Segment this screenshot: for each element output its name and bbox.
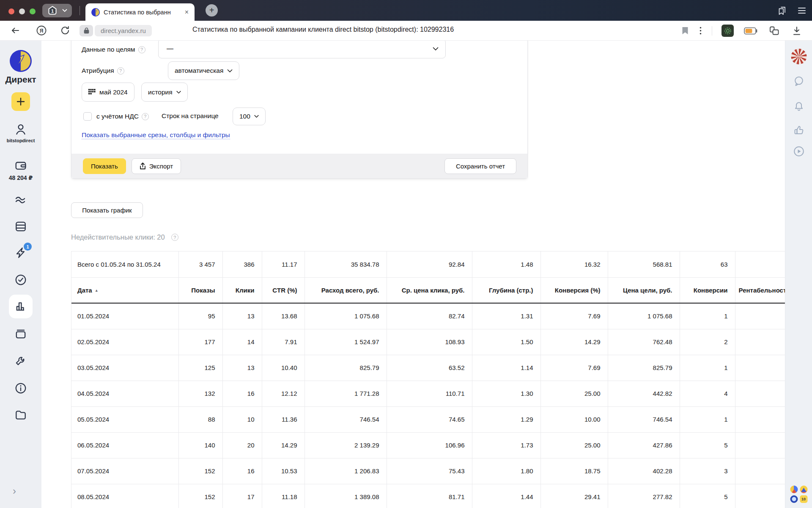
actions-strip: Показать Экспорт Сохранить отчет bbox=[71, 154, 527, 178]
downloads-icon[interactable] bbox=[792, 26, 802, 36]
moderation-check-icon[interactable] bbox=[14, 273, 27, 286]
data-cell: 14.29 bbox=[262, 432, 304, 458]
column-header-2[interactable]: Клики bbox=[222, 277, 262, 303]
sidebar-collapse-chevron[interactable]: › bbox=[13, 486, 16, 496]
data-cell: 81.71 bbox=[387, 484, 472, 508]
column-header-label: Конверсия (%) bbox=[555, 287, 601, 294]
tab-group-pill[interactable]: 1 bbox=[42, 4, 72, 17]
create-campaign-button[interactable] bbox=[11, 92, 30, 111]
minimize-window-button[interactable] bbox=[19, 8, 25, 14]
date-cell: 01.05.2024 bbox=[71, 303, 178, 329]
attribution-help-icon[interactable]: ? bbox=[117, 67, 124, 75]
goals-select-value: — bbox=[167, 45, 173, 52]
bell-icon[interactable] bbox=[793, 100, 804, 112]
tab-close-icon[interactable]: × bbox=[183, 8, 190, 17]
column-header-1[interactable]: Показы bbox=[178, 277, 222, 303]
calendar-app-icon[interactable]: 10 bbox=[800, 495, 807, 503]
back-icon[interactable] bbox=[9, 25, 21, 36]
tools-wrench-icon[interactable] bbox=[14, 355, 27, 367]
url-host[interactable]: direct.yandex.ru bbox=[95, 25, 152, 36]
invalid-clicks-label: Недействительные клики: 20 bbox=[71, 233, 165, 241]
column-header-10[interactable]: Рентабельность bbox=[735, 277, 785, 303]
tab-title: Статистика по выбранн bbox=[104, 9, 183, 16]
show-button[interactable]: Показать bbox=[83, 158, 126, 174]
maximize-window-button[interactable] bbox=[30, 8, 36, 14]
metrica-pie-icon[interactable] bbox=[790, 486, 798, 493]
show-chart-button[interactable]: Показать график bbox=[71, 202, 143, 218]
column-header-label: CTR (%) bbox=[272, 287, 297, 294]
sidebar-item-statistics-active[interactable] bbox=[9, 295, 33, 318]
invalid-clicks-help-icon[interactable]: ? bbox=[171, 234, 178, 241]
chevron-down-icon bbox=[433, 47, 439, 51]
table-row: 05.05.2024881011.36746.5474.651.2910.007… bbox=[71, 406, 785, 432]
yandex-search-icon[interactable]: Я bbox=[36, 25, 47, 36]
campaigns-waves-icon[interactable] bbox=[14, 194, 27, 205]
active-tab[interactable]: Статистика по выбранн × bbox=[85, 3, 195, 21]
new-tab-button[interactable]: + bbox=[206, 4, 218, 17]
extension-icon[interactable] bbox=[721, 25, 734, 37]
refresh-icon[interactable] bbox=[59, 25, 71, 36]
bookmarks-panel-icon[interactable] bbox=[776, 6, 787, 16]
yandex-direct-favicon bbox=[91, 8, 100, 17]
kebab-menu-icon[interactable] bbox=[700, 27, 702, 35]
topbar-separator bbox=[80, 6, 80, 15]
direct-app-icon[interactable] bbox=[800, 486, 807, 493]
avatar[interactable] bbox=[791, 49, 807, 64]
column-header-0[interactable]: Дата▲ bbox=[71, 277, 178, 303]
show-slices-link[interactable]: Показать выбранные срезы, столбцы и филь… bbox=[82, 131, 230, 139]
column-header-9[interactable]: Конверсии bbox=[680, 277, 735, 303]
thumbs-up-icon[interactable] bbox=[793, 124, 804, 136]
save-report-button[interactable]: Сохранить отчет bbox=[444, 158, 516, 174]
library-box-icon[interactable] bbox=[14, 328, 27, 340]
grouping-select[interactable]: история bbox=[141, 83, 188, 102]
recommendations-lightning-icon[interactable]: 1 bbox=[14, 246, 27, 259]
column-header-5[interactable]: Ср. цена клика, руб. bbox=[387, 277, 472, 303]
folder-icon[interactable] bbox=[14, 409, 27, 421]
data-cell: 7.91 bbox=[262, 329, 304, 355]
goals-select[interactable]: — bbox=[158, 41, 446, 58]
browser-menu-icon[interactable] bbox=[798, 7, 806, 14]
column-header-6[interactable]: Глубина (стр.) bbox=[472, 277, 540, 303]
summary-cell: 568.81 bbox=[608, 251, 680, 277]
urlbar-separator bbox=[712, 26, 712, 36]
account-name[interactable]: bitstopdirect bbox=[7, 138, 35, 143]
column-header-4[interactable]: Расход всего, руб. bbox=[304, 277, 387, 303]
goals-help-icon[interactable]: ? bbox=[138, 46, 145, 53]
info-icon[interactable] bbox=[14, 382, 27, 395]
chat-icon[interactable] bbox=[793, 75, 804, 87]
bookmark-flag-icon[interactable] bbox=[682, 27, 689, 35]
balance-amount[interactable]: 48 204 ₽ bbox=[9, 174, 33, 181]
data-cell: 17 bbox=[222, 484, 262, 508]
play-circle-icon[interactable] bbox=[793, 145, 805, 157]
data-cell: 110.71 bbox=[387, 381, 472, 406]
summary-cell bbox=[735, 251, 785, 277]
period-button[interactable]: май 2024 bbox=[82, 83, 134, 102]
export-button[interactable]: Экспорт bbox=[132, 158, 181, 174]
data-cell: 14 bbox=[222, 329, 262, 355]
wallet-icon[interactable] bbox=[14, 159, 27, 172]
data-cell: 7.69 bbox=[540, 303, 608, 329]
column-header-8[interactable]: Цена цели, руб. bbox=[608, 277, 680, 303]
data-cell: 1 bbox=[680, 406, 735, 432]
rows-per-page-select[interactable]: 100 bbox=[233, 108, 266, 125]
camera-app-icon[interactable] bbox=[790, 495, 798, 503]
table-row: 06.05.20241402014.292 139.29106.961.7325… bbox=[71, 432, 785, 458]
close-window-button[interactable] bbox=[8, 8, 14, 14]
ads-list-icon[interactable] bbox=[14, 220, 27, 233]
yandex-direct-logo[interactable] bbox=[10, 50, 32, 72]
screen: 1 Статистика по выбранн × + bbox=[0, 0, 812, 508]
tab-groups-icon[interactable] bbox=[769, 26, 780, 36]
vat-checkbox[interactable] bbox=[83, 112, 92, 121]
column-header-7[interactable]: Конверсия (%) bbox=[540, 277, 608, 303]
data-cell: 74.65 bbox=[387, 406, 472, 432]
vat-label: с учётом НДС bbox=[96, 113, 139, 120]
account-icon[interactable] bbox=[14, 123, 27, 136]
data-cell: 25.00 bbox=[540, 381, 608, 406]
column-header-3[interactable]: CTR (%) bbox=[262, 277, 304, 303]
data-cell: 762.48 bbox=[608, 329, 680, 355]
vat-help-icon[interactable]: ? bbox=[142, 113, 149, 120]
attribution-select[interactable]: автоматическая bbox=[168, 61, 239, 80]
battery-icon[interactable] bbox=[744, 27, 758, 35]
data-cell: 125 bbox=[178, 355, 222, 381]
secure-lock-icon[interactable] bbox=[80, 25, 93, 36]
